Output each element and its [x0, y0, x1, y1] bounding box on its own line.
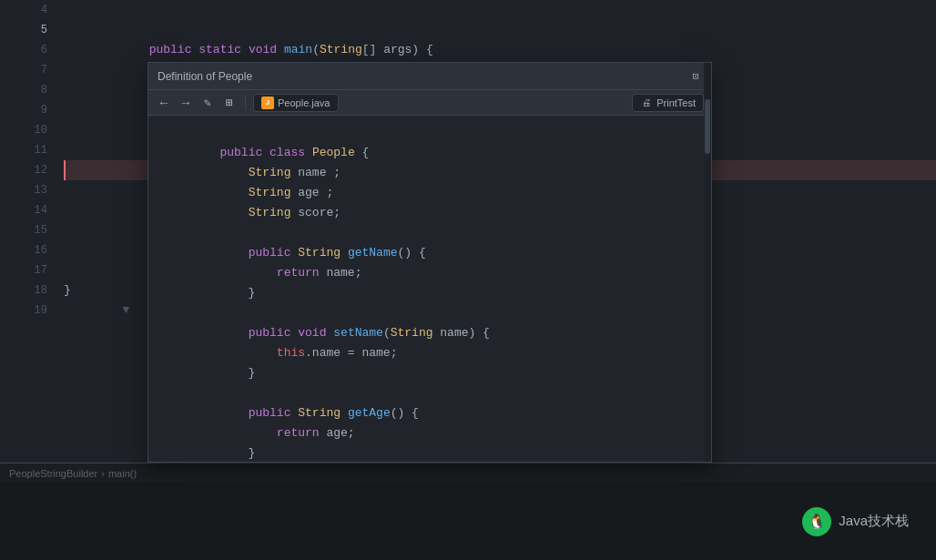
breadcrumb: PeopleStringBuilder › main() — [9, 468, 137, 479]
breadcrumb-method: main() — [108, 468, 137, 479]
popup-title: Definition of People — [158, 70, 252, 83]
java-file-icon: J — [261, 97, 274, 109]
line-num-5: ▶ 5 — [0, 20, 47, 40]
popup-code-line-1: public class People { — [163, 123, 697, 143]
popup-titlebar: Definition of People ⊡ — [148, 63, 711, 90]
line-num-10: 10 — [0, 120, 47, 140]
line-num-16: 16 — [0, 240, 47, 260]
popup-code[interactable]: public class People { String name ; Stri… — [148, 116, 711, 462]
print-icon: 🖨 — [640, 97, 653, 109]
line-num-9: 9 — [0, 100, 47, 120]
line-num-11: 11 — [0, 140, 47, 160]
breadcrumb-sep: › — [101, 468, 105, 479]
fold-icon: ▼ — [122, 303, 129, 317]
popup-close-icon[interactable]: ⊡ — [689, 70, 702, 83]
footer-watermark: 🐧 Java技术栈 — [0, 483, 936, 560]
edit-icon[interactable]: ✎ — [199, 95, 216, 111]
watermark-text: Java技术栈 — [839, 513, 909, 530]
code-line-4 — [64, 0, 936, 20]
code-line-5: public static void main(String[] args) { — [64, 20, 936, 40]
popup-code-line-10: public void setName(String name) { — [163, 303, 697, 323]
line-num-6: 6 — [0, 40, 47, 60]
line-num-15: 15 — [0, 220, 47, 240]
watermark-label: 🐧 Java技术栈 — [802, 507, 909, 536]
popup-code-line-14: public String getAge() { — [163, 383, 697, 403]
popup-controls: ⊡ — [689, 70, 702, 83]
line-num-14: 14 — [0, 200, 47, 220]
watermark-icon: 🐧 — [802, 507, 831, 536]
definition-popup: Definition of People ⊡ ← → ✎ ⊞ J People.… — [148, 62, 712, 463]
tab-print-test[interactable]: 🖨 PrintTest — [632, 94, 704, 112]
tab-print-label: PrintTest — [656, 97, 696, 108]
line-num-19: 19 — [0, 300, 47, 321]
breadcrumb-class: PeopleStringBuilder — [9, 468, 97, 479]
line-num-8: 8 — [0, 80, 47, 100]
toolbar-sep — [245, 96, 246, 110]
line-numbers: 4 ▶ 5 6 7 8 9 10 11 12 13 14 15 16 17 18… — [0, 0, 55, 483]
popup-scrollbar[interactable] — [704, 63, 711, 462]
tab-people-java-label: People.java — [278, 97, 331, 108]
popup-toolbar: ← → ✎ ⊞ J People.java 🖨 PrintTest — [148, 90, 711, 116]
popup-scrollbar-thumb[interactable] — [705, 99, 710, 154]
editor-container: 4 ▶ 5 6 7 8 9 10 11 12 13 14 15 16 17 18… — [0, 0, 936, 560]
status-bar: PeopleStringBuilder › main() — [0, 463, 936, 483]
line-num-13: 13 — [0, 180, 47, 200]
line-num-18: 18 — [0, 280, 47, 300]
line-num-7: 7 — [0, 60, 47, 80]
line-num-12: 12 — [0, 160, 47, 180]
line-num-17: 17 — [0, 260, 47, 280]
line-num-4: 4 — [0, 0, 47, 20]
back-icon[interactable]: ← — [156, 95, 172, 111]
forward-icon[interactable]: → — [178, 95, 194, 111]
pin-icon[interactable]: ⊞ — [221, 95, 238, 111]
popup-code-line-6: public String getName() { — [163, 223, 697, 243]
tab-people-java[interactable]: J People.java — [253, 94, 339, 112]
